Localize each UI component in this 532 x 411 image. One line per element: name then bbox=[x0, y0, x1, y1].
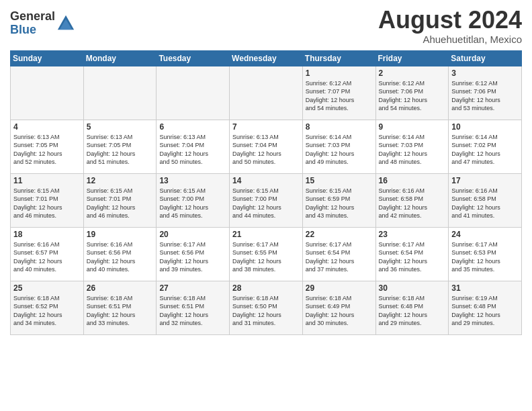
day-number: 13 bbox=[159, 176, 226, 185]
day-info: Sunrise: 6:15 AM Sunset: 7:00 PM Dayligh… bbox=[232, 187, 300, 220]
day-number: 23 bbox=[379, 230, 446, 239]
day-number: 3 bbox=[451, 68, 519, 78]
day-cell bbox=[11, 66, 84, 120]
day-cell: 31Sunrise: 6:19 AM Sunset: 6:48 PM Dayli… bbox=[449, 281, 522, 334]
day-cell: 13Sunrise: 6:15 AM Sunset: 7:00 PM Dayli… bbox=[157, 173, 230, 227]
day-info: Sunrise: 6:13 AM Sunset: 7:04 PM Dayligh… bbox=[232, 133, 300, 167]
col-saturday: Saturday bbox=[449, 50, 522, 66]
day-info: Sunrise: 6:18 AM Sunset: 6:51 PM Dayligh… bbox=[159, 294, 226, 328]
header-row: Sunday Monday Tuesday Wednesday Thursday… bbox=[11, 50, 522, 66]
day-info: Sunrise: 6:12 AM Sunset: 7:07 PM Dayligh… bbox=[306, 79, 373, 113]
day-cell: 3Sunrise: 6:12 AM Sunset: 7:06 PM Daylig… bbox=[449, 66, 522, 120]
day-cell: 16Sunrise: 6:16 AM Sunset: 6:58 PM Dayli… bbox=[375, 173, 449, 227]
day-number: 5 bbox=[87, 122, 154, 132]
col-friday: Friday bbox=[375, 50, 449, 66]
day-cell: 30Sunrise: 6:18 AM Sunset: 6:48 PM Dayli… bbox=[375, 281, 449, 334]
day-info: Sunrise: 6:18 AM Sunset: 6:48 PM Dayligh… bbox=[379, 294, 446, 328]
day-cell: 19Sunrise: 6:16 AM Sunset: 6:56 PM Dayli… bbox=[83, 227, 157, 281]
day-cell: 25Sunrise: 6:18 AM Sunset: 6:52 PM Dayli… bbox=[11, 281, 84, 334]
day-cell: 15Sunrise: 6:15 AM Sunset: 6:59 PM Dayli… bbox=[302, 173, 375, 227]
day-info: Sunrise: 6:15 AM Sunset: 7:01 PM Dayligh… bbox=[13, 187, 81, 220]
col-sunday: Sunday bbox=[11, 50, 84, 66]
day-info: Sunrise: 6:15 AM Sunset: 6:59 PM Dayligh… bbox=[306, 187, 373, 220]
col-wednesday: Wednesday bbox=[230, 50, 303, 66]
day-cell: 5Sunrise: 6:13 AM Sunset: 7:05 PM Daylig… bbox=[83, 120, 157, 173]
day-number: 26 bbox=[87, 283, 154, 293]
day-info: Sunrise: 6:16 AM Sunset: 6:57 PM Dayligh… bbox=[13, 240, 81, 274]
day-number: 6 bbox=[159, 122, 226, 132]
day-number: 27 bbox=[159, 283, 226, 293]
day-info: Sunrise: 6:18 AM Sunset: 6:50 PM Dayligh… bbox=[232, 294, 300, 328]
calendar-table: Sunday Monday Tuesday Wednesday Thursday… bbox=[10, 50, 522, 335]
day-cell: 17Sunrise: 6:16 AM Sunset: 6:58 PM Dayli… bbox=[449, 173, 522, 227]
day-info: Sunrise: 6:18 AM Sunset: 6:52 PM Dayligh… bbox=[13, 294, 81, 328]
day-info: Sunrise: 6:15 AM Sunset: 7:01 PM Dayligh… bbox=[87, 187, 154, 220]
day-cell: 1Sunrise: 6:12 AM Sunset: 7:07 PM Daylig… bbox=[302, 66, 375, 120]
day-cell: 11Sunrise: 6:15 AM Sunset: 7:01 PM Dayli… bbox=[11, 173, 84, 227]
day-info: Sunrise: 6:17 AM Sunset: 6:55 PM Dayligh… bbox=[232, 240, 300, 274]
day-info: Sunrise: 6:17 AM Sunset: 6:53 PM Dayligh… bbox=[451, 240, 519, 274]
day-cell: 14Sunrise: 6:15 AM Sunset: 7:00 PM Dayli… bbox=[230, 173, 303, 227]
day-info: Sunrise: 6:14 AM Sunset: 7:03 PM Dayligh… bbox=[379, 133, 446, 167]
week-row-0: 1Sunrise: 6:12 AM Sunset: 7:07 PM Daylig… bbox=[11, 66, 522, 120]
day-number: 15 bbox=[306, 176, 373, 185]
day-number: 12 bbox=[87, 176, 154, 185]
week-row-4: 25Sunrise: 6:18 AM Sunset: 6:52 PM Dayli… bbox=[11, 281, 522, 334]
day-number: 20 bbox=[159, 230, 226, 239]
day-number: 16 bbox=[379, 176, 446, 185]
day-cell: 9Sunrise: 6:14 AM Sunset: 7:03 PM Daylig… bbox=[375, 120, 449, 173]
calendar-body: 1Sunrise: 6:12 AM Sunset: 7:07 PM Daylig… bbox=[11, 66, 522, 334]
day-info: Sunrise: 6:13 AM Sunset: 7:04 PM Dayligh… bbox=[159, 133, 226, 167]
day-info: Sunrise: 6:13 AM Sunset: 7:05 PM Dayligh… bbox=[13, 133, 81, 167]
col-tuesday: Tuesday bbox=[157, 50, 230, 66]
week-row-2: 11Sunrise: 6:15 AM Sunset: 7:01 PM Dayli… bbox=[11, 173, 522, 227]
day-cell: 12Sunrise: 6:15 AM Sunset: 7:01 PM Dayli… bbox=[83, 173, 157, 227]
day-cell: 8Sunrise: 6:14 AM Sunset: 7:03 PM Daylig… bbox=[302, 120, 375, 173]
logo-general: General bbox=[10, 10, 55, 24]
day-number: 30 bbox=[379, 283, 446, 293]
day-cell bbox=[83, 66, 157, 120]
day-number: 1 bbox=[306, 68, 373, 78]
day-cell: 22Sunrise: 6:17 AM Sunset: 6:54 PM Dayli… bbox=[302, 227, 375, 281]
day-cell bbox=[230, 66, 303, 120]
day-info: Sunrise: 6:17 AM Sunset: 6:56 PM Dayligh… bbox=[159, 240, 226, 274]
day-info: Sunrise: 6:16 AM Sunset: 6:58 PM Dayligh… bbox=[379, 187, 446, 220]
week-row-1: 4Sunrise: 6:13 AM Sunset: 7:05 PM Daylig… bbox=[11, 120, 522, 173]
day-cell: 29Sunrise: 6:18 AM Sunset: 6:49 PM Dayli… bbox=[302, 281, 375, 334]
day-number: 17 bbox=[451, 176, 519, 185]
day-info: Sunrise: 6:17 AM Sunset: 6:54 PM Dayligh… bbox=[306, 240, 373, 274]
day-info: Sunrise: 6:12 AM Sunset: 7:06 PM Dayligh… bbox=[379, 79, 446, 113]
day-cell: 28Sunrise: 6:18 AM Sunset: 6:50 PM Dayli… bbox=[230, 281, 303, 334]
calendar-container: General Blue August 2024 Ahuehuetitlan, … bbox=[0, 0, 532, 338]
day-info: Sunrise: 6:18 AM Sunset: 6:51 PM Dayligh… bbox=[87, 294, 154, 328]
day-number: 2 bbox=[379, 68, 446, 78]
day-number: 8 bbox=[306, 122, 373, 132]
day-cell: 2Sunrise: 6:12 AM Sunset: 7:06 PM Daylig… bbox=[375, 66, 449, 120]
day-cell: 7Sunrise: 6:13 AM Sunset: 7:04 PM Daylig… bbox=[230, 120, 303, 173]
day-info: Sunrise: 6:15 AM Sunset: 7:00 PM Dayligh… bbox=[159, 187, 226, 220]
day-number: 31 bbox=[451, 283, 519, 293]
day-cell: 27Sunrise: 6:18 AM Sunset: 6:51 PM Dayli… bbox=[157, 281, 230, 334]
day-cell: 24Sunrise: 6:17 AM Sunset: 6:53 PM Dayli… bbox=[449, 227, 522, 281]
col-thursday: Thursday bbox=[302, 50, 375, 66]
location-subtitle: Ahuehuetitlan, Mexico bbox=[378, 34, 522, 45]
day-info: Sunrise: 6:17 AM Sunset: 6:54 PM Dayligh… bbox=[379, 240, 446, 274]
logo: General Blue bbox=[10, 10, 75, 37]
day-number: 10 bbox=[451, 122, 519, 132]
day-number: 11 bbox=[13, 176, 81, 185]
day-info: Sunrise: 6:16 AM Sunset: 6:56 PM Dayligh… bbox=[87, 240, 154, 274]
day-cell: 18Sunrise: 6:16 AM Sunset: 6:57 PM Dayli… bbox=[11, 227, 84, 281]
day-number: 25 bbox=[13, 283, 81, 293]
logo-icon bbox=[56, 14, 75, 33]
day-number: 7 bbox=[232, 122, 300, 132]
week-row-3: 18Sunrise: 6:16 AM Sunset: 6:57 PM Dayli… bbox=[11, 227, 522, 281]
logo-blue: Blue bbox=[10, 24, 55, 37]
day-cell: 26Sunrise: 6:18 AM Sunset: 6:51 PM Dayli… bbox=[83, 281, 157, 334]
day-info: Sunrise: 6:16 AM Sunset: 6:58 PM Dayligh… bbox=[451, 187, 519, 220]
title-section: August 2024 Ahuehuetitlan, Mexico bbox=[378, 7, 522, 45]
day-number: 14 bbox=[232, 176, 300, 185]
day-cell: 23Sunrise: 6:17 AM Sunset: 6:54 PM Dayli… bbox=[375, 227, 449, 281]
day-info: Sunrise: 6:18 AM Sunset: 6:49 PM Dayligh… bbox=[306, 294, 373, 328]
col-monday: Monday bbox=[83, 50, 157, 66]
day-info: Sunrise: 6:14 AM Sunset: 7:02 PM Dayligh… bbox=[451, 133, 519, 167]
